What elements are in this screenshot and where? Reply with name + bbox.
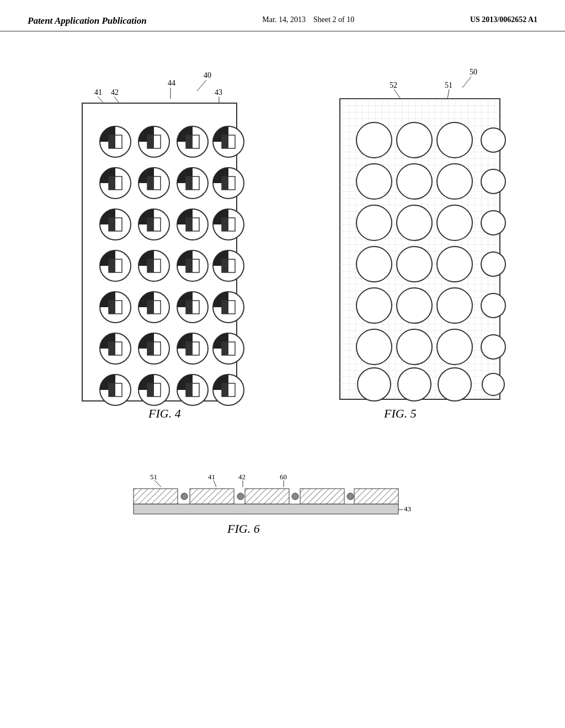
figures-row: 41 42 44 40 43 bbox=[28, 59, 537, 436]
fig6-svg: 51 41 42 60 bbox=[117, 469, 448, 541]
fig6-substrate bbox=[134, 504, 398, 514]
page-header: Patent Application Publication Mar. 14, … bbox=[0, 0, 565, 31]
fig5-r7c1 bbox=[358, 368, 391, 401]
fig5-r5c4 bbox=[481, 293, 505, 318]
fig6-seg3 bbox=[190, 489, 234, 504]
main-content: 41 42 44 40 43 bbox=[0, 31, 565, 552]
svg-rect-56 bbox=[186, 301, 193, 314]
fig5-r2c2 bbox=[397, 164, 432, 199]
fig5-r7c2 bbox=[398, 368, 431, 401]
fig5-r7c4 bbox=[482, 373, 504, 395]
svg-rect-80 bbox=[186, 383, 193, 397]
svg-rect-41 bbox=[147, 259, 154, 272]
fig4-container: 41 42 44 40 43 bbox=[60, 59, 248, 436]
fig5-r3c3 bbox=[437, 205, 472, 240]
fig4-label-43: 43 bbox=[215, 88, 222, 97]
fig5-arrow-52 bbox=[394, 89, 401, 99]
svg-rect-62 bbox=[109, 342, 115, 355]
header-sheet: Sheet 2 of 10 bbox=[313, 15, 354, 24]
svg-rect-14 bbox=[109, 176, 115, 190]
fig5-r3c1 bbox=[356, 205, 392, 240]
svg-line-85 bbox=[214, 480, 216, 487]
fig5-r6c2 bbox=[397, 329, 432, 365]
fig5-r5c1 bbox=[356, 288, 392, 323]
svg-rect-11 bbox=[222, 135, 228, 148]
svg-rect-35 bbox=[222, 218, 228, 231]
fig6-label-60: 60 bbox=[280, 473, 287, 481]
svg-rect-65 bbox=[147, 342, 154, 355]
svg-rect-68 bbox=[186, 342, 193, 355]
svg-rect-23 bbox=[222, 176, 228, 190]
svg-rect-20 bbox=[186, 176, 193, 190]
fig5-svg: 50 51 52 bbox=[329, 59, 511, 434]
header-date-sheet: Mar. 14, 2013 Sheet 2 of 10 bbox=[262, 15, 354, 24]
fig5-r1c1 bbox=[356, 122, 392, 158]
fig5-r6c3 bbox=[437, 329, 472, 365]
fig4-caption: FIG. 4 bbox=[148, 406, 181, 420]
svg-rect-83 bbox=[222, 383, 228, 397]
fig5-r3c2 bbox=[397, 205, 432, 240]
svg-rect-2 bbox=[109, 135, 115, 148]
svg-rect-71 bbox=[222, 342, 228, 355]
fig6-label-43: 43 bbox=[404, 505, 411, 513]
fig4-label-44: 44 bbox=[168, 79, 175, 87]
svg-rect-74 bbox=[109, 383, 115, 397]
fig4-svg: 41 42 44 40 43 bbox=[60, 59, 248, 434]
fig4-arrow-40 bbox=[197, 80, 206, 91]
header-patent-number: US 2013/0062652 A1 bbox=[470, 15, 537, 24]
fig5-caption: FIG. 5 bbox=[383, 406, 417, 420]
fig5-label-50: 50 bbox=[470, 68, 477, 76]
fig6-area: 51 41 42 60 bbox=[28, 469, 537, 541]
fig5-arrow-51 bbox=[447, 89, 449, 99]
svg-rect-47 bbox=[222, 259, 228, 272]
fig5-r2c4 bbox=[481, 169, 505, 194]
fig5-r1c4 bbox=[481, 128, 505, 152]
fig4-label-42: 42 bbox=[111, 88, 119, 97]
fig6-dot4 bbox=[347, 493, 354, 500]
fig4-label-41: 41 bbox=[94, 88, 102, 97]
fig6-dot1 bbox=[181, 493, 188, 500]
fig5-r4c2 bbox=[397, 247, 432, 282]
fig6-seg5 bbox=[245, 489, 289, 504]
fig6-dot3 bbox=[292, 493, 299, 500]
svg-rect-8 bbox=[186, 135, 193, 148]
fig6-label-51: 51 bbox=[150, 473, 157, 481]
fig6-seg9 bbox=[354, 489, 398, 504]
svg-rect-44 bbox=[186, 259, 193, 272]
fig5-r5c3 bbox=[437, 288, 472, 323]
fig5-r5c2 bbox=[397, 288, 432, 323]
fig6-seg7 bbox=[300, 489, 344, 504]
fig6-caption: FIG. 6 bbox=[227, 522, 260, 536]
fig5-r4c4 bbox=[481, 252, 505, 276]
svg-rect-59 bbox=[222, 301, 228, 314]
fig5-label-52: 52 bbox=[390, 81, 397, 89]
fig5-r6c4 bbox=[481, 335, 505, 359]
fig6-label-42: 42 bbox=[238, 473, 246, 481]
svg-rect-17 bbox=[147, 176, 154, 190]
fig6-seg1 bbox=[134, 489, 178, 504]
svg-rect-5 bbox=[147, 135, 154, 148]
fig5-r2c1 bbox=[356, 164, 392, 199]
svg-rect-38 bbox=[109, 259, 115, 272]
svg-rect-50 bbox=[109, 301, 115, 314]
fig5-r7c3 bbox=[438, 368, 471, 401]
fig5-r4c1 bbox=[356, 247, 392, 282]
header-publication-label: Patent Application Publication bbox=[28, 15, 147, 26]
header-date: Mar. 14, 2013 bbox=[262, 15, 306, 24]
svg-rect-32 bbox=[186, 218, 193, 231]
svg-rect-53 bbox=[147, 301, 154, 314]
svg-rect-29 bbox=[147, 218, 154, 231]
fig5-r3c4 bbox=[481, 211, 505, 235]
fig4-label-40: 40 bbox=[204, 71, 211, 79]
fig5-label-51: 51 bbox=[445, 81, 452, 89]
fig5-container: 50 51 52 bbox=[329, 59, 505, 436]
fig6-label-41: 41 bbox=[208, 473, 215, 481]
fig5-r2c3 bbox=[437, 164, 472, 199]
svg-line-84 bbox=[154, 480, 161, 487]
fig5-r6c1 bbox=[356, 329, 392, 365]
svg-rect-26 bbox=[109, 218, 115, 231]
fig5-r1c3 bbox=[437, 122, 472, 158]
fig5-arrow-50 bbox=[462, 77, 471, 88]
fig6-dot2 bbox=[237, 493, 244, 500]
svg-rect-77 bbox=[147, 383, 154, 397]
